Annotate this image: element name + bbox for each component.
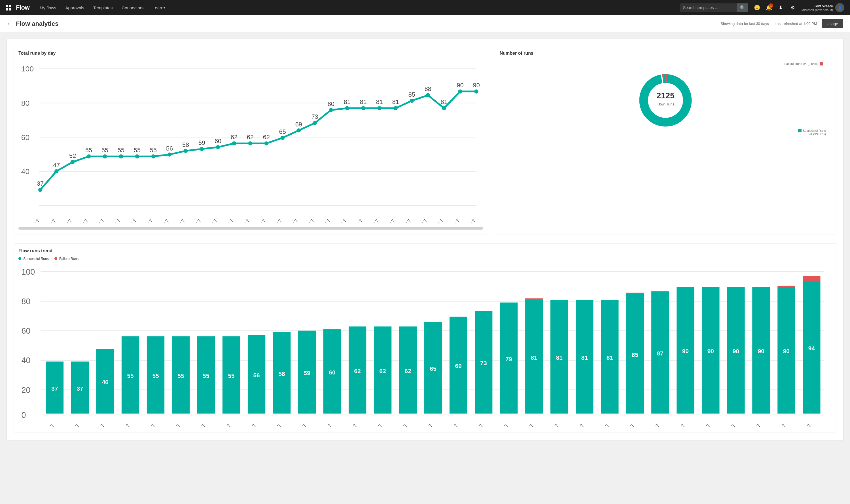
- svg-text:11/23/17: 11/23/17: [90, 218, 106, 223]
- svg-text:81: 81: [556, 354, 563, 361]
- svg-point-26: [248, 141, 252, 145]
- nav-connectors[interactable]: Connectors: [117, 0, 148, 15]
- svg-text:81: 81: [392, 98, 399, 105]
- svg-text:90: 90: [733, 348, 739, 354]
- success-label-text: Successful Runs: [803, 129, 826, 132]
- svg-point-39: [458, 89, 462, 93]
- svg-text:81: 81: [441, 98, 448, 105]
- svg-text:94: 94: [808, 345, 815, 352]
- svg-text:52: 52: [69, 152, 76, 159]
- svg-text:11/27/17: 11/27/17: [155, 218, 170, 223]
- nav-links: My flows Approvals Templates Connectors …: [35, 0, 680, 15]
- svg-text:81: 81: [531, 354, 538, 361]
- svg-text:62: 62: [380, 367, 386, 374]
- svg-rect-3: [9, 8, 11, 11]
- svg-text:55: 55: [85, 147, 92, 154]
- user-menu[interactable]: Kent Weare Microsoft (new default) 👤: [799, 3, 847, 12]
- svg-text:11/25/17: 11/25/17: [123, 218, 138, 223]
- nav-my-flows[interactable]: My flows: [35, 0, 61, 15]
- svg-text:85: 85: [409, 91, 415, 98]
- svg-text:81: 81: [581, 354, 588, 361]
- nav-learn[interactable]: Learn: [148, 0, 169, 15]
- svg-text:11/26/17: 11/26/17: [216, 422, 232, 427]
- svg-rect-148: [525, 298, 543, 300]
- svg-text:12/05/17: 12/05/17: [284, 218, 300, 223]
- search-input[interactable]: [680, 4, 737, 12]
- svg-text:12/10/17: 12/10/17: [364, 218, 380, 223]
- svg-text:80: 80: [21, 297, 30, 306]
- svg-text:55: 55: [102, 147, 108, 154]
- top-row: Total runs by day 100 80 60 40: [14, 46, 836, 234]
- svg-text:56: 56: [253, 372, 260, 378]
- svg-text:11/19/17: 11/19/17: [39, 422, 56, 427]
- svg-text:12/07/17: 12/07/17: [494, 422, 510, 427]
- flow-logo[interactable]: Flow: [16, 4, 30, 11]
- svg-text:81: 81: [607, 354, 613, 361]
- nav-templates[interactable]: Templates: [89, 0, 117, 15]
- svg-text:11/22/17: 11/22/17: [74, 218, 90, 223]
- svg-text:12/09/17: 12/09/17: [349, 218, 364, 223]
- download-icon[interactable]: ⬇: [775, 2, 786, 13]
- svg-text:11/24/17: 11/24/17: [106, 218, 122, 223]
- svg-text:11/20/17: 11/20/17: [42, 218, 57, 223]
- svg-text:12/11/17: 12/11/17: [595, 422, 611, 427]
- app-grid-icon[interactable]: [3, 3, 14, 13]
- svg-text:81: 81: [344, 98, 350, 105]
- svg-text:12/13/17: 12/13/17: [645, 422, 661, 427]
- svg-text:55: 55: [177, 373, 184, 379]
- svg-text:100: 100: [21, 267, 35, 276]
- svg-point-40: [474, 89, 478, 93]
- svg-text:55: 55: [152, 373, 159, 379]
- svg-text:40: 40: [21, 356, 30, 365]
- svg-point-27: [265, 141, 268, 145]
- settings-icon[interactable]: ⚙: [788, 2, 798, 13]
- line-chart-scrollbar[interactable]: [18, 227, 483, 230]
- svg-text:12/16/17: 12/16/17: [462, 218, 477, 223]
- donut-wrapper: Failure Runs 0K (0.94%) 2125 Flow Runs: [500, 59, 832, 139]
- svg-text:100: 100: [21, 65, 34, 73]
- svg-text:11/24/17: 11/24/17: [165, 422, 182, 427]
- search-box: 🔍: [680, 3, 748, 12]
- svg-text:37: 37: [76, 385, 83, 392]
- svg-point-33: [361, 106, 365, 110]
- svg-point-35: [393, 106, 397, 110]
- svg-text:11/21/17: 11/21/17: [58, 218, 74, 223]
- svg-text:12/10/17: 12/10/17: [569, 422, 585, 427]
- notifications-icon[interactable]: 🔔 1: [763, 2, 774, 13]
- legend-failure-label: Failure Runs: [59, 257, 78, 261]
- svg-rect-157: [626, 292, 644, 294]
- svg-text:12/08/17: 12/08/17: [332, 218, 348, 223]
- svg-text:11/22/17: 11/22/17: [115, 422, 131, 427]
- donut-sub-text: Flow Runs: [657, 102, 674, 106]
- trend-chart-svg: 100 80 60 40 20 0 3737465555555555565859…: [18, 264, 832, 427]
- svg-text:85: 85: [632, 351, 638, 358]
- svg-text:11/21/17: 11/21/17: [90, 422, 106, 427]
- nav-approvals[interactable]: Approvals: [61, 0, 89, 15]
- svg-text:90: 90: [758, 348, 764, 354]
- svg-text:69: 69: [295, 121, 302, 128]
- svg-point-38: [442, 106, 446, 110]
- svg-text:11/20/17: 11/20/17: [65, 422, 81, 427]
- svg-text:87: 87: [657, 350, 664, 356]
- svg-text:62: 62: [354, 367, 361, 374]
- svg-text:55: 55: [117, 147, 124, 154]
- svg-text:20: 20: [21, 385, 30, 395]
- svg-rect-173: [803, 276, 820, 282]
- svg-text:12/04/17: 12/04/17: [268, 218, 284, 223]
- svg-text:60: 60: [21, 326, 30, 335]
- svg-text:12/15/17: 12/15/17: [445, 218, 461, 223]
- back-button[interactable]: ←: [7, 20, 13, 27]
- svg-rect-0: [6, 5, 8, 7]
- svg-text:11/25/17: 11/25/17: [191, 422, 207, 427]
- svg-text:12/03/17: 12/03/17: [393, 422, 409, 427]
- svg-point-13: [38, 188, 42, 192]
- svg-point-18: [119, 155, 123, 159]
- svg-text:55: 55: [203, 373, 210, 379]
- search-button[interactable]: 🔍: [737, 3, 748, 12]
- svg-point-14: [54, 169, 58, 173]
- svg-text:11/23/17: 11/23/17: [140, 422, 157, 427]
- emoji-icon[interactable]: 🙂: [752, 2, 762, 13]
- usage-button[interactable]: Usage: [822, 19, 843, 28]
- line-chart-svg-wrapper: 100 80 60 40: [18, 59, 483, 230]
- svg-text:11/19/17: 11/19/17: [25, 218, 41, 223]
